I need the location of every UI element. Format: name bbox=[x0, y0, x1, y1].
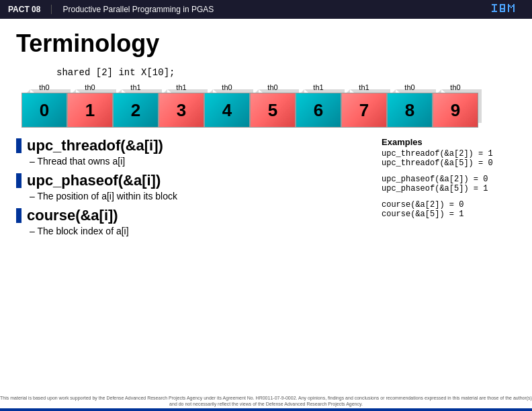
bullet-section-0: upc_threadof(&a[i])– Thread that owns a[… bbox=[16, 137, 368, 167]
thread-label-0: th0 bbox=[21, 83, 67, 93]
thread-label-1: th0 bbox=[67, 83, 113, 93]
svg-rect-0 bbox=[492, 4, 497, 5]
bullet-text-0: upc_threadof(&a[i]) bbox=[27, 137, 163, 154]
array-cell-5: 5 bbox=[250, 93, 296, 128]
array-cells: 0123456789 bbox=[21, 93, 516, 128]
thread-label-row: th0th0th1th1th0th0th1th1th0th0 bbox=[21, 83, 516, 93]
conference-label: PACT 08 bbox=[8, 5, 52, 14]
example-line-0-0: upc_threadof(&a[2]) = 1 bbox=[382, 149, 516, 158]
bullet-sub-1: – The position of a[i] within its block bbox=[30, 191, 368, 201]
examples-group-0: upc_threadof(&a[2]) = 1upc_threadof(&a[5… bbox=[382, 149, 516, 168]
thread-label-8: th0 bbox=[387, 83, 433, 93]
examples-group-2: course(&a[2]) = 0course(&a[5]) = 1 bbox=[382, 200, 516, 219]
example-line-1-0: upc_phaseof(&a[2]) = 0 bbox=[382, 175, 516, 184]
svg-rect-13 bbox=[512, 5, 513, 7]
thread-label-7: th1 bbox=[341, 83, 387, 93]
array-cell-6: 6 bbox=[296, 93, 341, 128]
bullet-section-2: course(&a[i])– The block index of a[i] bbox=[16, 207, 368, 236]
array-cell-7: 7 bbox=[341, 93, 387, 128]
bullet-section-1: upc_phaseof(&a[i])– The position of a[i]… bbox=[16, 172, 368, 201]
examples-title: Examples bbox=[382, 137, 516, 147]
svg-rect-4 bbox=[500, 5, 501, 8]
thread-label-9: th0 bbox=[433, 83, 478, 93]
bullet-text-2: course(&a[i]) bbox=[27, 207, 118, 224]
bullet-mark-2 bbox=[16, 208, 21, 223]
bullet-heading-1: upc_phaseof(&a[i]) bbox=[16, 172, 368, 189]
bullet-heading-0: upc_threadof(&a[i]) bbox=[16, 137, 368, 154]
thread-label-5: th0 bbox=[250, 83, 296, 93]
svg-rect-5 bbox=[500, 8, 505, 9]
thread-label-6: th1 bbox=[296, 83, 341, 93]
ibm-logo bbox=[492, 3, 524, 16]
example-line-1-1: upc_phaseof(&a[5]) = 1 bbox=[382, 184, 516, 193]
header-bar: PACT 08 Productive Parallel Programming … bbox=[0, 0, 532, 19]
thread-label-3: th1 bbox=[159, 83, 204, 93]
svg-rect-1 bbox=[494, 5, 495, 11]
array-cell-1: 1 bbox=[67, 93, 113, 128]
array-cell-4: 4 bbox=[204, 93, 250, 128]
content-area: upc_threadof(&a[i])– Thread that owns a[… bbox=[16, 137, 516, 242]
array-cell-9: 9 bbox=[433, 93, 478, 128]
bullet-sub-2: – The block index of a[i] bbox=[30, 226, 368, 236]
svg-rect-10 bbox=[508, 4, 509, 12]
svg-rect-3 bbox=[500, 4, 505, 5]
main-content: Terminology shared [2] int X[10]; th0th0… bbox=[0, 19, 532, 247]
thread-label-2: th1 bbox=[113, 83, 159, 93]
svg-rect-2 bbox=[492, 11, 497, 12]
header-subtitle: Productive Parallel Programming in PGAS bbox=[62, 5, 214, 14]
left-content: upc_threadof(&a[i])– Thread that owns a[… bbox=[16, 137, 368, 242]
array-cell-2: 2 bbox=[113, 93, 159, 128]
array-cell-0: 0 bbox=[21, 93, 67, 128]
bullet-mark-0 bbox=[16, 138, 21, 153]
bullet-sub-0: – Thread that owns a[i] bbox=[30, 156, 368, 167]
bullet-text-1: upc_phaseof(&a[i]) bbox=[27, 172, 161, 189]
example-line-2-0: course(&a[2]) = 0 bbox=[382, 200, 516, 210]
thread-label-4: th0 bbox=[204, 83, 250, 93]
example-line-2-1: course(&a[5]) = 1 bbox=[382, 210, 516, 219]
array-cell-3: 3 bbox=[159, 93, 204, 128]
svg-rect-12 bbox=[511, 7, 512, 8]
right-content: Examplesupc_threadof(&a[2]) = 1upc_threa… bbox=[368, 137, 516, 242]
array-cell-8: 8 bbox=[387, 93, 433, 128]
example-line-0-1: upc_threadof(&a[5]) = 0 bbox=[382, 158, 516, 168]
examples-group-1: upc_phaseof(&a[2]) = 0upc_phaseof(&a[5])… bbox=[382, 175, 516, 193]
bullet-mark-1 bbox=[16, 173, 21, 188]
array-diagram: th0th0th1th1th0th0th1th1th0th0 012345678… bbox=[16, 83, 516, 128]
svg-rect-8 bbox=[504, 5, 505, 8]
footer-text: This material is based upon work support… bbox=[0, 395, 532, 407]
svg-rect-14 bbox=[513, 4, 515, 12]
bullet-heading-2: course(&a[i]) bbox=[16, 207, 368, 224]
code-label: shared [2] int X[10]; bbox=[56, 67, 516, 78]
svg-rect-9 bbox=[504, 9, 505, 12]
page-title: Terminology bbox=[16, 30, 516, 58]
footer-bar bbox=[0, 408, 532, 411]
svg-rect-11 bbox=[509, 5, 511, 7]
